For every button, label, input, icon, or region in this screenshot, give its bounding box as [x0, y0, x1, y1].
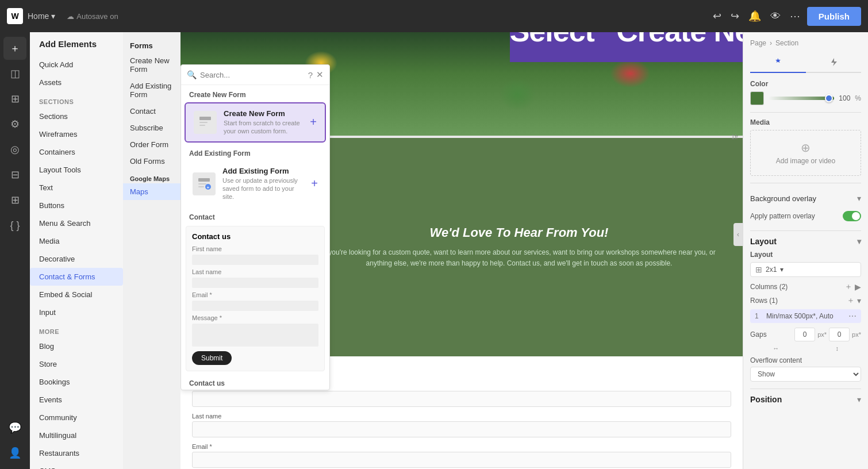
- apply-pattern-toggle[interactable]: [843, 211, 861, 221]
- create-form-add-button[interactable]: +: [310, 116, 317, 129]
- forms-panel-maps[interactable]: Maps: [123, 183, 180, 200]
- section-contact-label: Contact: [181, 207, 329, 224]
- svg-rect-1: [199, 122, 208, 123]
- search-close-button[interactable]: ✕: [316, 70, 324, 80]
- sidebar-pages-icon[interactable]: ◫: [3, 62, 26, 85]
- forms-panel-contact[interactable]: Contact: [123, 103, 180, 120]
- undo-button[interactable]: ↩: [710, 7, 724, 25]
- columns-expand-button[interactable]: ▶: [855, 282, 861, 291]
- sidebar-item-bookings[interactable]: Bookings: [30, 373, 123, 391]
- columns-add-button[interactable]: ＋: [844, 282, 852, 292]
- sidebar-item-menu-search[interactable]: Menu & Search: [30, 214, 123, 232]
- sidebar-grid-icon[interactable]: ⊞: [3, 189, 26, 212]
- search-icon: 🔍: [187, 70, 197, 79]
- form-input-firstname[interactable]: [192, 391, 731, 407]
- sidebar-seo-icon[interactable]: ◎: [3, 138, 26, 161]
- gaps-row: Gaps px* px*: [750, 328, 861, 341]
- add-existing-title: Add Existing Form: [222, 167, 304, 175]
- forms-panel-order-form[interactable]: Order Form: [123, 136, 180, 153]
- color-swatch[interactable]: [750, 91, 764, 105]
- contact-heading: We'd Love To Hear From You!: [430, 225, 609, 240]
- layout-select[interactable]: ⊞ 2x1 ▾: [750, 262, 861, 277]
- row-more-button[interactable]: ⋯: [848, 312, 857, 321]
- rows-expand-button[interactable]: ▾: [857, 296, 861, 305]
- sidebar-code-icon[interactable]: { }: [3, 214, 26, 237]
- gap-vertical-input[interactable]: [829, 328, 850, 341]
- dots-icon[interactable]: ⋯: [788, 7, 802, 25]
- layout-chevron[interactable]: ▾: [857, 237, 861, 246]
- form-field-lastname: Last name: [192, 413, 731, 437]
- publish-button[interactable]: Publish: [807, 7, 861, 26]
- sidebar-item-assets[interactable]: Assets: [30, 74, 123, 91]
- sidebar-item-store[interactable]: Store: [30, 355, 123, 373]
- sidebar-item-text[interactable]: Text: [30, 179, 123, 197]
- redo-button[interactable]: ↪: [728, 7, 742, 25]
- autosave-status: ☁ Autosave on: [67, 12, 118, 21]
- form-input-lastname[interactable]: [192, 421, 731, 437]
- forms-panel-subscribe[interactable]: Subscribe: [123, 120, 180, 136]
- sidebar-item-input[interactable]: Input: [30, 303, 123, 321]
- sidebar-item-events[interactable]: Events: [30, 391, 123, 409]
- sidebar-item-restaurants[interactable]: Restaurants: [30, 444, 123, 462]
- wix-logo[interactable]: W: [7, 8, 23, 24]
- sidebar-chat-icon[interactable]: 💬: [3, 416, 26, 439]
- svg-rect-3: [198, 178, 210, 182]
- sidebar-item-media[interactable]: Media: [30, 232, 123, 250]
- rows-add-button[interactable]: ＋: [847, 295, 855, 306]
- svg-text:+: +: [207, 184, 210, 190]
- top-bar: W Home ▾ ☁ Autosave on ↩ ↪ 🔔 👁 ⋯ Publish: [0, 0, 868, 32]
- sidebar-layers-icon[interactable]: ⊟: [3, 163, 26, 186]
- tab-style[interactable]: [750, 54, 806, 73]
- forms-panel-add-existing[interactable]: Add Existing Form: [123, 78, 180, 103]
- sidebar-item-layout-tools[interactable]: Layout Tools: [30, 161, 123, 179]
- overflow-select[interactable]: Show: [750, 367, 861, 382]
- sidebar-item-buttons[interactable]: Buttons: [30, 197, 123, 214]
- layout-section-title: Layout ▾: [750, 237, 861, 246]
- color-slider[interactable]: [769, 97, 834, 100]
- add-existing-desc: Use or update a previously saved form to…: [222, 176, 304, 201]
- eye-icon[interactable]: 👁: [768, 8, 783, 25]
- sidebar-item-community[interactable]: Community: [30, 409, 123, 426]
- gap-horizontal-input[interactable]: [794, 328, 815, 341]
- home-button[interactable]: Home ▾: [28, 11, 55, 21]
- sidebar-item-contact-forms[interactable]: Contact & Forms: [30, 268, 123, 286]
- svg-rect-4: [198, 183, 206, 184]
- add-elements-title: Add Elements: [30, 39, 123, 56]
- forms-panel-create-new[interactable]: Create New Form: [123, 52, 180, 78]
- divider-1: [750, 112, 861, 113]
- section-create-new-label: Create New Form: [181, 85, 329, 101]
- form-input-email[interactable]: [192, 452, 731, 468]
- sidebar-item-sections[interactable]: Sections: [30, 107, 123, 125]
- forms-panel-old-forms[interactable]: Old Forms: [123, 153, 180, 170]
- form-field-email: Email *: [192, 443, 731, 468]
- sidebar-user-icon[interactable]: 👤: [3, 441, 26, 464]
- media-section: Media ⊕ Add image or video: [750, 118, 861, 176]
- search-input[interactable]: [200, 71, 305, 79]
- panel-expand-handle[interactable]: ‹: [733, 223, 743, 246]
- media-add-button[interactable]: ⊕ Add image or video: [750, 130, 861, 176]
- sidebar-item-blog[interactable]: Blog: [30, 337, 123, 355]
- bell-icon[interactable]: 🔔: [746, 7, 763, 25]
- section-add-existing-label: Add Existing Form: [181, 144, 329, 160]
- right-panel-tabs: [750, 54, 861, 73]
- sidebar-item-multilingual[interactable]: Multilingual: [30, 426, 123, 444]
- sidebar-item-cms[interactable]: CMS: [30, 462, 123, 469]
- search-help-button[interactable]: ?: [308, 70, 313, 80]
- sidebar-item-containers[interactable]: Containers: [30, 143, 123, 161]
- bg-overlay-row[interactable]: Background overlay ▾: [750, 189, 861, 207]
- add-existing-add-button[interactable]: +: [311, 177, 318, 190]
- sidebar-apps-icon[interactable]: ⚙: [3, 113, 26, 136]
- add-existing-form-item[interactable]: + Add Existing Form Use or update a prev…: [185, 161, 326, 207]
- columns-row: Columns (2) ＋ ▶: [750, 282, 861, 292]
- create-form-icon: [194, 111, 217, 134]
- sidebar-components-icon[interactable]: ⊞: [3, 87, 26, 110]
- sidebar-item-quick-add[interactable]: Quick Add: [30, 56, 123, 74]
- sidebar-item-wireframes[interactable]: Wireframes: [30, 125, 123, 143]
- divider-3: [750, 230, 861, 231]
- sidebar-item-decorative[interactable]: Decorative: [30, 250, 123, 268]
- sidebar-item-embed-social[interactable]: Embed & Social: [30, 286, 123, 303]
- create-new-form-item[interactable]: Create New Form Start from scratch to cr…: [185, 102, 326, 143]
- tab-lightning[interactable]: [806, 54, 862, 72]
- position-chevron[interactable]: ▾: [857, 395, 861, 404]
- sidebar-add-icon[interactable]: ＋: [3, 37, 26, 60]
